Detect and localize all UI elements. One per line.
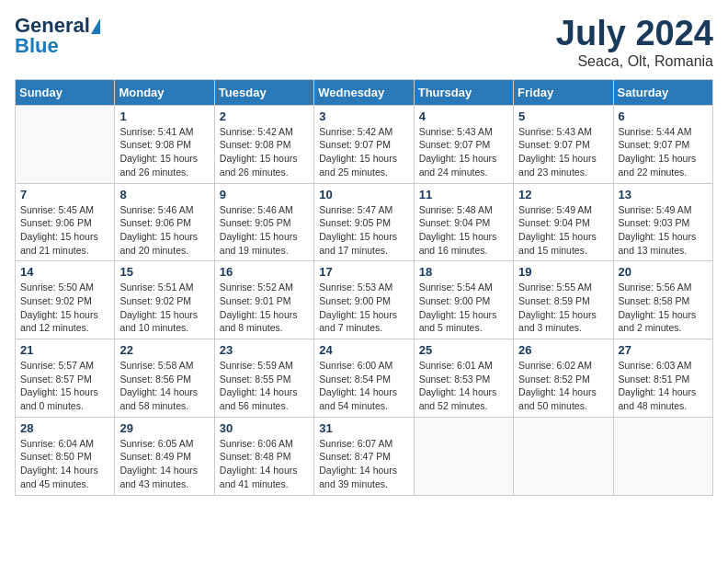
logo-text-blue: Blue: [15, 35, 59, 57]
day-number: 5: [518, 109, 608, 123]
day-info: Sunrise: 5:50 AMSunset: 9:02 PMDaylight:…: [20, 281, 109, 335]
calendar-header-row: Sunday Monday Tuesday Wednesday Thursday…: [16, 79, 713, 105]
day-info: Sunrise: 5:49 AMSunset: 9:04 PMDaylight:…: [518, 203, 608, 258]
calendar-day-cell: 24Sunrise: 6:00 AMSunset: 8:54 PMDayligh…: [314, 339, 414, 418]
day-number: 10: [319, 188, 408, 201]
col-thursday: Thursday: [414, 79, 513, 105]
calendar-day-cell: 20Sunrise: 5:56 AMSunset: 8:58 PMDayligh…: [613, 261, 712, 339]
day-info: Sunrise: 5:48 AMSunset: 9:04 PMDaylight:…: [419, 203, 508, 258]
calendar-day-cell: 22Sunrise: 5:58 AMSunset: 8:56 PMDayligh…: [115, 339, 214, 418]
calendar-day-cell: [414, 417, 513, 495]
calendar-day-cell: [16, 105, 115, 183]
calendar-day-cell: 30Sunrise: 6:06 AMSunset: 8:48 PMDayligh…: [214, 417, 313, 495]
calendar-day-cell: 5Sunrise: 5:43 AMSunset: 9:07 PMDaylight…: [514, 105, 613, 183]
day-number: 15: [119, 265, 209, 279]
calendar-day-cell: 27Sunrise: 6:03 AMSunset: 8:51 PMDayligh…: [613, 339, 712, 418]
day-number: 14: [20, 265, 109, 279]
calendar-day-cell: 12Sunrise: 5:49 AMSunset: 9:04 PMDayligh…: [514, 183, 613, 261]
calendar-week-row: 21Sunrise: 5:57 AMSunset: 8:57 PMDayligh…: [16, 339, 713, 418]
day-info: Sunrise: 5:45 AMSunset: 9:06 PMDaylight:…: [20, 203, 109, 258]
day-number: 21: [20, 343, 109, 357]
calendar-day-cell: 8Sunrise: 5:46 AMSunset: 9:06 PMDaylight…: [115, 183, 214, 261]
calendar-day-cell: 15Sunrise: 5:51 AMSunset: 9:02 PMDayligh…: [115, 261, 214, 339]
day-number: 30: [220, 421, 309, 435]
day-number: 17: [319, 265, 408, 279]
calendar-week-row: 1Sunrise: 5:41 AMSunset: 9:08 PMDaylight…: [16, 105, 713, 183]
calendar-day-cell: 29Sunrise: 6:05 AMSunset: 8:49 PMDayligh…: [115, 417, 214, 495]
day-number: 27: [619, 343, 708, 357]
calendar-day-cell: 13Sunrise: 5:49 AMSunset: 9:03 PMDayligh…: [613, 183, 712, 261]
day-info: Sunrise: 5:42 AMSunset: 9:08 PMDaylight:…: [220, 125, 309, 179]
day-info: Sunrise: 5:44 AMSunset: 9:07 PMDaylight:…: [619, 125, 708, 179]
col-monday: Monday: [115, 79, 214, 105]
day-info: Sunrise: 6:02 AMSunset: 8:52 PMDaylight:…: [518, 359, 608, 413]
day-number: 2: [220, 109, 309, 123]
page-header: General Blue July 2024 Seaca, Olt, Roman…: [15, 15, 713, 70]
calendar-day-cell: 18Sunrise: 5:54 AMSunset: 9:00 PMDayligh…: [414, 261, 513, 339]
col-saturday: Saturday: [613, 79, 712, 105]
calendar-day-cell: 31Sunrise: 6:07 AMSunset: 8:47 PMDayligh…: [314, 417, 414, 495]
calendar-day-cell: 11Sunrise: 5:48 AMSunset: 9:04 PMDayligh…: [414, 183, 513, 261]
col-tuesday: Tuesday: [214, 79, 313, 105]
day-number: 1: [119, 109, 209, 123]
calendar-week-row: 14Sunrise: 5:50 AMSunset: 9:02 PMDayligh…: [16, 261, 713, 339]
calendar-day-cell: 4Sunrise: 5:43 AMSunset: 9:07 PMDaylight…: [414, 105, 513, 183]
day-info: Sunrise: 6:04 AMSunset: 8:50 PMDaylight:…: [20, 437, 109, 491]
day-info: Sunrise: 5:46 AMSunset: 9:05 PMDaylight:…: [220, 203, 309, 258]
day-info: Sunrise: 5:46 AMSunset: 9:06 PMDaylight:…: [119, 203, 209, 258]
day-info: Sunrise: 5:55 AMSunset: 8:59 PMDaylight:…: [518, 281, 608, 335]
day-info: Sunrise: 5:52 AMSunset: 9:01 PMDaylight:…: [220, 281, 309, 335]
day-number: 29: [119, 421, 209, 435]
day-info: Sunrise: 6:06 AMSunset: 8:48 PMDaylight:…: [220, 437, 309, 491]
calendar-day-cell: 2Sunrise: 5:42 AMSunset: 9:08 PMDaylight…: [214, 105, 313, 183]
day-number: 24: [319, 343, 408, 357]
day-number: 26: [518, 343, 608, 357]
calendar-day-cell: 3Sunrise: 5:42 AMSunset: 9:07 PMDaylight…: [314, 105, 414, 183]
col-wednesday: Wednesday: [314, 79, 414, 105]
day-info: Sunrise: 5:56 AMSunset: 8:58 PMDaylight:…: [619, 281, 708, 335]
logo-triangle-icon: [91, 18, 100, 34]
month-title: July 2024: [556, 15, 713, 53]
calendar-day-cell: 9Sunrise: 5:46 AMSunset: 9:05 PMDaylight…: [214, 183, 313, 261]
calendar-day-cell: 7Sunrise: 5:45 AMSunset: 9:06 PMDaylight…: [16, 183, 115, 261]
day-number: 4: [419, 109, 508, 123]
day-info: Sunrise: 5:54 AMSunset: 9:00 PMDaylight:…: [419, 281, 508, 335]
title-block: July 2024 Seaca, Olt, Romania: [556, 15, 713, 70]
location-title: Seaca, Olt, Romania: [556, 53, 713, 70]
day-number: 6: [619, 109, 708, 123]
calendar-day-cell: [613, 417, 712, 495]
calendar-day-cell: 1Sunrise: 5:41 AMSunset: 9:08 PMDaylight…: [115, 105, 214, 183]
col-friday: Friday: [514, 79, 613, 105]
day-number: 18: [419, 265, 508, 279]
day-info: Sunrise: 5:59 AMSunset: 8:55 PMDaylight:…: [220, 359, 309, 413]
day-info: Sunrise: 6:01 AMSunset: 8:53 PMDaylight:…: [419, 359, 508, 413]
day-number: 9: [220, 188, 309, 201]
calendar-day-cell: 6Sunrise: 5:44 AMSunset: 9:07 PMDaylight…: [613, 105, 712, 183]
day-number: 13: [619, 188, 708, 201]
day-number: 31: [319, 421, 408, 435]
calendar-day-cell: 14Sunrise: 5:50 AMSunset: 9:02 PMDayligh…: [16, 261, 115, 339]
day-number: 19: [518, 265, 608, 279]
calendar-day-cell: 10Sunrise: 5:47 AMSunset: 9:05 PMDayligh…: [314, 183, 414, 261]
day-info: Sunrise: 5:49 AMSunset: 9:03 PMDaylight:…: [619, 203, 708, 258]
day-info: Sunrise: 6:00 AMSunset: 8:54 PMDaylight:…: [319, 359, 408, 413]
day-number: 28: [20, 421, 109, 435]
day-info: Sunrise: 6:05 AMSunset: 8:49 PMDaylight:…: [119, 437, 209, 491]
calendar-day-cell: 19Sunrise: 5:55 AMSunset: 8:59 PMDayligh…: [514, 261, 613, 339]
calendar-day-cell: 17Sunrise: 5:53 AMSunset: 9:00 PMDayligh…: [314, 261, 414, 339]
day-number: 8: [119, 188, 209, 201]
col-sunday: Sunday: [16, 79, 115, 105]
day-info: Sunrise: 5:43 AMSunset: 9:07 PMDaylight:…: [518, 125, 608, 179]
calendar-week-row: 28Sunrise: 6:04 AMSunset: 8:50 PMDayligh…: [16, 417, 713, 495]
calendar-day-cell: 23Sunrise: 5:59 AMSunset: 8:55 PMDayligh…: [214, 339, 313, 418]
calendar-day-cell: 16Sunrise: 5:52 AMSunset: 9:01 PMDayligh…: [214, 261, 313, 339]
calendar-day-cell: [514, 417, 613, 495]
day-number: 3: [319, 109, 408, 123]
day-number: 16: [220, 265, 309, 279]
calendar-table: Sunday Monday Tuesday Wednesday Thursday…: [15, 79, 713, 496]
day-number: 12: [518, 188, 608, 201]
day-info: Sunrise: 6:03 AMSunset: 8:51 PMDaylight:…: [619, 359, 708, 413]
day-number: 22: [119, 343, 209, 357]
calendar-day-cell: 25Sunrise: 6:01 AMSunset: 8:53 PMDayligh…: [414, 339, 513, 418]
day-number: 20: [619, 265, 708, 279]
